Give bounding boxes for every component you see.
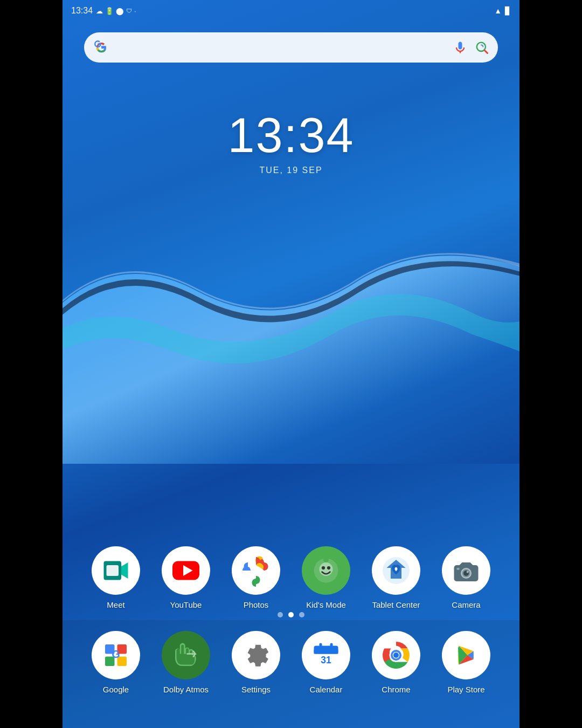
tablet-center-label: Tablet Center xyxy=(372,600,420,609)
meet-icon[interactable] xyxy=(92,546,140,595)
app-youtube[interactable]: YouTube xyxy=(159,546,213,609)
app-tablet-center[interactable]: Tablet Center xyxy=(369,546,423,609)
wifi-icon: ▲ xyxy=(494,6,502,15)
photos-label: Photos xyxy=(244,600,269,609)
kids-mode-label: Kid's Mode xyxy=(306,600,346,609)
app-photos[interactable]: Photos xyxy=(229,546,283,609)
play-store-icon[interactable] xyxy=(442,631,490,679)
status-bar: 13:34 ☁ 🔋 ⬤ 🛡 · ▲ ▊ xyxy=(63,0,519,22)
app-settings[interactable]: Settings xyxy=(229,631,283,694)
kids-mode-icon[interactable] xyxy=(302,546,350,595)
search-right-icons xyxy=(453,40,489,55)
settings-label: Settings xyxy=(241,685,271,694)
status-left: 13:34 ☁ 🔋 ⬤ 🛡 · xyxy=(71,6,136,16)
svg-text:31: 31 xyxy=(321,655,331,665)
svg-point-34 xyxy=(393,653,399,658)
youtube-icon[interactable] xyxy=(162,546,210,595)
app-grid: Meet YouTube xyxy=(63,546,519,609)
camera-label: Camera xyxy=(452,600,480,609)
clock-time: 13:34 xyxy=(63,108,519,163)
svg-rect-28 xyxy=(330,643,333,650)
play-store-label: Play Store xyxy=(447,685,484,694)
dot-1 xyxy=(278,612,283,617)
battery-icon: 🔋 xyxy=(105,7,114,15)
svg-rect-26 xyxy=(314,650,338,654)
svg-rect-3 xyxy=(107,565,119,576)
app-camera[interactable]: Camera xyxy=(439,546,493,609)
svg-line-1 xyxy=(484,50,487,53)
dot-3 xyxy=(299,612,304,617)
settings-icon[interactable] xyxy=(232,631,280,679)
app-meet[interactable]: Meet xyxy=(89,546,143,609)
mic-icon[interactable] xyxy=(453,40,468,55)
dot-2 xyxy=(288,612,294,617)
tablet-center-icon[interactable] xyxy=(372,546,420,595)
dot-icon: · xyxy=(134,7,136,15)
camera-icon[interactable] xyxy=(442,546,490,595)
svg-rect-18 xyxy=(457,568,460,570)
svg-point-9 xyxy=(322,566,325,569)
search-input[interactable] xyxy=(115,32,453,63)
app-play-store[interactable]: Play Store xyxy=(439,631,493,694)
photos-icon[interactable] xyxy=(232,546,280,595)
meet-label: Meet xyxy=(107,600,124,609)
search-bar[interactable] xyxy=(84,32,498,63)
app-google[interactable]: G Google xyxy=(89,631,143,694)
calendar-icon[interactable]: 31 xyxy=(302,631,350,679)
battery-right-icon: ▊ xyxy=(505,6,511,15)
google-logo xyxy=(93,39,110,56)
page-indicators xyxy=(63,612,519,617)
shield-icon: 🛡 xyxy=(126,8,132,14)
app-calendar[interactable]: 31 Calendar xyxy=(299,631,353,694)
cloud-icon: ☁ xyxy=(96,7,103,15)
dock: G Google Dolby Atmos xyxy=(63,620,519,728)
clock-date: TUE, 19 SEP xyxy=(63,166,519,175)
svg-point-17 xyxy=(467,571,469,573)
lens-icon[interactable] xyxy=(474,40,489,55)
app-dolby-atmos[interactable]: Dolby Atmos xyxy=(159,631,213,694)
clock-widget: 13:34 TUE, 19 SEP xyxy=(63,108,519,175)
svg-point-10 xyxy=(327,566,330,569)
svg-text:G: G xyxy=(112,648,120,660)
svg-point-6 xyxy=(252,567,260,575)
chrome-icon[interactable] xyxy=(372,631,420,679)
svg-point-11 xyxy=(323,557,329,562)
google-label: Google xyxy=(103,685,129,694)
google-icon[interactable]: G xyxy=(92,631,140,679)
youtube-label: YouTube xyxy=(170,600,202,609)
chrome-label: Chrome xyxy=(382,685,410,694)
circle-icon: ⬤ xyxy=(116,7,124,15)
app-kids-mode[interactable]: Kid's Mode xyxy=(299,546,353,609)
app-chrome[interactable]: Chrome xyxy=(369,631,423,694)
calendar-label: Calendar xyxy=(310,685,343,694)
dolby-atmos-label: Dolby Atmos xyxy=(163,685,209,694)
dolby-atmos-icon[interactable] xyxy=(162,631,210,679)
status-right: ▲ ▊ xyxy=(494,6,511,15)
status-time: 13:34 xyxy=(71,6,93,16)
status-icons: ☁ 🔋 ⬤ 🛡 · xyxy=(96,7,136,15)
svg-rect-27 xyxy=(320,643,322,650)
